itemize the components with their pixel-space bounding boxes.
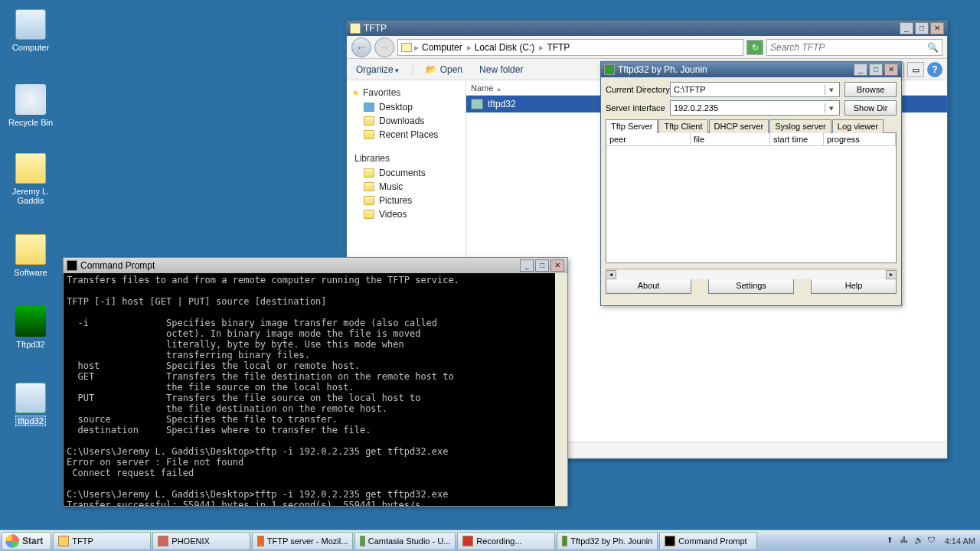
task-tftpd32[interactable]: Tftpd32 by Ph. Jounin xyxy=(557,532,658,550)
task-tftp[interactable]: TFTP xyxy=(53,532,151,550)
tftpd-icon xyxy=(15,306,46,337)
breadcrumb-folder[interactable]: TFTP xyxy=(544,42,572,53)
explorer-titlebar[interactable]: TFTP _ □ ✕ xyxy=(347,21,947,36)
tab-syslog-server[interactable]: Syslog server xyxy=(769,119,831,133)
tab-tftp-server[interactable]: Tftp Server xyxy=(606,119,658,133)
maximize-button[interactable]: □ xyxy=(869,64,883,76)
new-folder-button[interactable]: New folder xyxy=(475,63,528,77)
start-button[interactable]: Start xyxy=(2,532,51,550)
tray-icon[interactable]: ⬆ xyxy=(887,536,897,546)
task-cmd[interactable]: Command Prompt xyxy=(659,532,757,550)
browse-button[interactable]: Browse xyxy=(844,82,897,97)
show-dir-button[interactable]: Show Dir xyxy=(844,100,897,116)
task-recording[interactable]: Recording... xyxy=(457,532,555,550)
system-tray[interactable]: ⬆ 🖧 🔊 🛡 4:14 AM xyxy=(882,530,980,551)
command-prompt-window[interactable]: Command Prompt _ □ ✕ Transfers files to … xyxy=(63,257,568,507)
tabs: Tftp Server Tftp Client DHCP server Sysl… xyxy=(606,119,897,133)
cur-dir-combo[interactable]: C:\TFTP xyxy=(670,82,840,97)
help-button[interactable]: ? xyxy=(927,62,942,77)
record-icon xyxy=(462,536,473,546)
settings-button[interactable]: Settings xyxy=(708,277,794,294)
open-button[interactable]: 📂 Open xyxy=(421,63,467,77)
back-button[interactable]: ← xyxy=(351,37,371,57)
desktop-recycle[interactable]: Recycle Bin xyxy=(8,84,54,127)
tftpd-icon xyxy=(562,536,567,546)
tab-dhcp-server[interactable]: DHCP server xyxy=(709,119,769,133)
horizontal-scrollbar[interactable]: ◂ ▸ xyxy=(606,269,897,279)
tab-log-viewer[interactable]: Log viewer xyxy=(832,119,884,133)
task-camtasia[interactable]: Camtasia Studio - U... xyxy=(354,532,456,550)
about-button[interactable]: About xyxy=(606,277,691,294)
search-icon: 🔍 xyxy=(927,42,939,53)
shield-icon[interactable]: 🛡 xyxy=(928,536,939,546)
tab-tftp-client[interactable]: Tftp Client xyxy=(658,119,707,133)
nav-documents[interactable]: Documents xyxy=(350,166,462,180)
tftpd32-window[interactable]: Tftpd32 by Ph. Jounin _ □ ✕ Current Dire… xyxy=(600,61,902,306)
desktop-tftpd-shortcut[interactable]: Tftpd32 xyxy=(8,306,54,349)
task-phoenix[interactable]: PHOENIX xyxy=(152,532,250,550)
scroll-right-button[interactable]: ▸ xyxy=(886,270,897,279)
cur-dir-label: Current Directory xyxy=(606,85,670,94)
desktop-tftpd-exe-label: tftpd32 xyxy=(15,416,46,426)
desktop-user-folder[interactable]: Jeremy L. Gaddis xyxy=(8,153,54,205)
refresh-button[interactable]: ↻ xyxy=(746,40,763,55)
search-box[interactable]: 🔍 xyxy=(766,39,942,56)
nav-videos[interactable]: Videos xyxy=(350,207,462,221)
cmd-icon xyxy=(67,260,77,271)
app-icon xyxy=(15,383,46,413)
nav-desktop[interactable]: Desktop xyxy=(350,100,462,114)
desktop-user-label: Jeremy L. Gaddis xyxy=(12,187,49,205)
tab-body: peer file start time progress xyxy=(606,133,897,263)
app-icon xyxy=(471,99,483,109)
folder-icon xyxy=(350,23,361,34)
desktop-software[interactable]: Software xyxy=(8,234,54,277)
cmd-title: Command Prompt xyxy=(80,260,155,271)
minimize-button[interactable]: _ xyxy=(854,64,867,76)
cmd-titlebar[interactable]: Command Prompt _ □ ✕ xyxy=(64,258,567,273)
minimize-button[interactable]: _ xyxy=(520,259,534,272)
cmd-output[interactable]: Transfers files to and from a remote com… xyxy=(64,273,567,506)
nav-recent[interactable]: Recent Places xyxy=(350,128,462,142)
organize-button[interactable]: Organize xyxy=(351,63,403,77)
breadcrumb-computer[interactable]: Computer xyxy=(420,42,465,53)
srv-if-combo[interactable]: 192.0.2.235 xyxy=(670,100,840,116)
nav-pictures[interactable]: Pictures xyxy=(350,194,462,207)
close-button[interactable]: ✕ xyxy=(550,259,564,272)
list-header[interactable]: peer file start time progress xyxy=(606,133,896,146)
tftpd-icon xyxy=(604,64,615,75)
camtasia-icon xyxy=(360,536,364,546)
start-orb-icon xyxy=(5,534,19,548)
scroll-left-button[interactable]: ◂ xyxy=(606,270,616,279)
tftpd32-title: Tftpd32 by Ph. Jounin xyxy=(618,64,707,75)
folder-icon xyxy=(15,234,46,265)
preview-button[interactable]: ▭ xyxy=(907,62,924,77)
folder-icon xyxy=(15,153,46,184)
minimize-button[interactable]: _ xyxy=(900,22,913,34)
search-input[interactable] xyxy=(770,42,927,53)
address-bar[interactable]: ▸Computer ▸Local Disk (C:) ▸TFTP xyxy=(397,39,743,56)
nav-row: ← → ▸Computer ▸Local Disk (C:) ▸TFTP ↻ 🔍 xyxy=(347,36,947,59)
clock[interactable]: 4:14 AM xyxy=(945,536,975,546)
explorer-title: TFTP xyxy=(364,23,387,34)
forward-button[interactable]: → xyxy=(374,37,394,57)
star-icon: ★ xyxy=(351,87,360,98)
folder-icon xyxy=(401,43,412,52)
help-button[interactable]: Help xyxy=(811,277,897,294)
maximize-button[interactable]: □ xyxy=(535,259,549,272)
libraries-header[interactable]: Libraries xyxy=(350,151,462,166)
breadcrumb-drive[interactable]: Local Disk (C:) xyxy=(472,42,537,53)
cmd-icon xyxy=(665,536,675,546)
desktop-tftpd-exe[interactable]: tftpd32 xyxy=(8,383,54,425)
close-button[interactable]: ✕ xyxy=(930,22,944,34)
task-firefox[interactable]: TFTP server - Mozil... xyxy=(252,532,353,550)
network-icon[interactable]: 🖧 xyxy=(900,536,911,546)
favorites-header[interactable]: ★Favorites xyxy=(350,85,462,100)
maximize-button[interactable]: □ xyxy=(915,22,929,34)
tftpd32-titlebar[interactable]: Tftpd32 by Ph. Jounin _ □ ✕ xyxy=(601,62,901,77)
volume-icon[interactable]: 🔊 xyxy=(914,536,925,546)
desktop-recycle-label: Recycle Bin xyxy=(8,118,53,127)
close-button[interactable]: ✕ xyxy=(884,64,898,76)
nav-music[interactable]: Music xyxy=(350,180,462,194)
desktop-computer[interactable]: Computer xyxy=(8,9,54,52)
nav-downloads[interactable]: Downloads xyxy=(350,114,462,128)
